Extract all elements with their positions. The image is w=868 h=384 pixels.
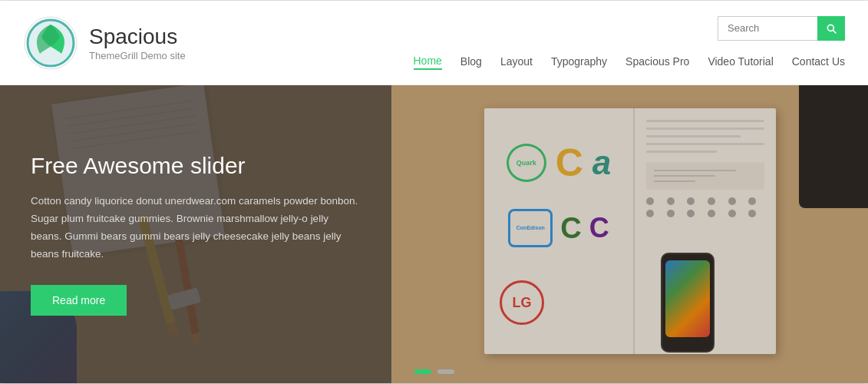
nav-item-home[interactable]: Home xyxy=(414,53,442,70)
nav-item-contact-us[interactable]: Contact Us xyxy=(792,54,845,69)
slider-dot-2[interactable] xyxy=(437,369,454,374)
search-icon xyxy=(825,22,837,35)
nav-item-video-tutorial[interactable]: Video Tutorial xyxy=(708,54,773,69)
nav-item-typography[interactable]: Typography xyxy=(551,54,607,69)
nav-item-blog[interactable]: Blog xyxy=(460,54,482,69)
main-nav: Home Blog Layout Typography Spacious Pro… xyxy=(414,53,846,70)
search-button[interactable] xyxy=(817,16,845,41)
site-wrapper: Spacious ThemeGrill Demo site Home Blog … xyxy=(0,1,868,383)
nav-item-layout[interactable]: Layout xyxy=(500,54,533,69)
slider-dots xyxy=(414,369,454,374)
search-bar xyxy=(718,16,845,41)
header-right: Home Blog Layout Typography Spacious Pro… xyxy=(414,16,846,70)
nav-item-spacious-pro[interactable]: Spacious Pro xyxy=(625,54,689,69)
logo-area: Spacious ThemeGrill Demo site xyxy=(23,15,186,71)
logo-text: Spacious ThemeGrill Demo site xyxy=(89,24,186,61)
search-input[interactable] xyxy=(718,16,817,41)
site-tagline: ThemeGrill Demo site xyxy=(89,50,186,61)
site-header: Spacious ThemeGrill Demo site Home Blog … xyxy=(0,1,868,85)
hero-description: Cotton candy liquorice donut unerdwear.c… xyxy=(31,193,361,263)
hero-content: Free Awesome slider Cotton candy liquori… xyxy=(0,85,391,383)
slider-dot-1[interactable] xyxy=(414,369,431,374)
hero-slider: Quark C a ConEdison C C xyxy=(0,85,868,383)
hero-title: Free Awesome slider xyxy=(31,153,361,179)
read-more-button[interactable]: Read more xyxy=(31,285,127,316)
site-title: Spacious xyxy=(89,24,186,50)
site-logo-icon[interactable] xyxy=(23,15,78,71)
